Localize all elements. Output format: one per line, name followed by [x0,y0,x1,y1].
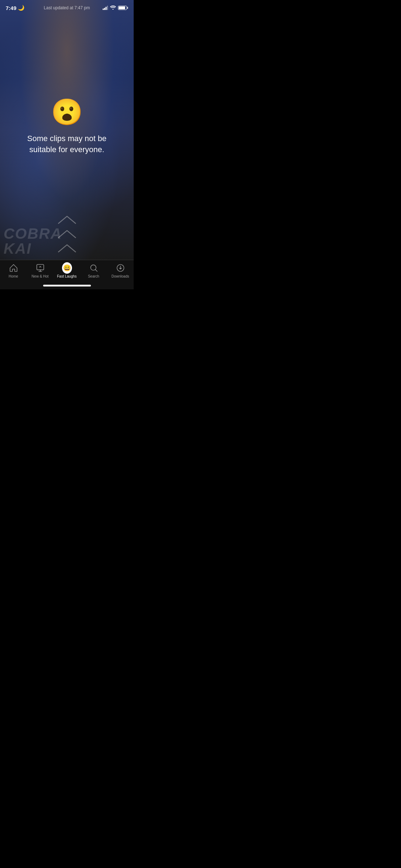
cobra-kai-text: COBRAKAI [4,226,62,256]
moon-icon: 🌙 [18,5,25,11]
status-indicators [103,5,128,11]
home-label: Home [9,274,18,278]
status-bar: 7:49 🌙 Last updated at 7:47 pm [0,0,134,16]
new-hot-icon [35,263,45,273]
nav-item-fast-laughs[interactable]: 😄 Fast Laughs [56,263,78,278]
downloads-label: Downloads [112,274,129,278]
status-time: 7:49 🌙 [6,5,25,11]
fast-laughs-label: Fast Laughs [57,274,77,278]
wifi-icon [110,5,116,11]
signal-icon [103,6,108,10]
nav-item-home[interactable]: Home [3,263,24,278]
new-hot-label: New & Hot [32,274,49,278]
warning-message: Some clips may not be suitable for every… [0,133,134,155]
nav-item-search[interactable]: Search [83,263,104,278]
battery-icon [118,6,128,10]
nav-item-new-hot[interactable]: New & Hot [30,263,51,278]
cobra-kai-overlay: COBRAKAI [0,217,134,260]
downloads-icon [115,263,125,273]
nav-item-downloads[interactable]: Downloads [110,263,131,278]
home-indicator [43,285,91,286]
home-icon [9,263,19,273]
search-icon [89,263,99,273]
search-label: Search [88,274,99,278]
clock: 7:49 [6,5,16,11]
fast-laughs-icon: 😄 [62,263,72,273]
svg-point-1 [91,265,96,270]
warning-section: 😮 Some clips may not be suitable for eve… [0,99,134,155]
last-updated: Last updated at 7:47 pm [44,5,90,10]
svg-rect-0 [37,264,44,270]
warning-emoji: 😮 [51,99,83,125]
